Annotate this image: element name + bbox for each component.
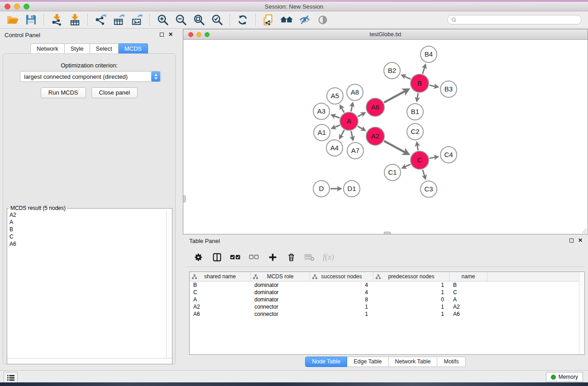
memory-button[interactable]: Memory	[546, 372, 583, 382]
cell-predecessor-nodes[interactable]: 1	[373, 281, 449, 289]
home-view-button[interactable]	[279, 13, 294, 27]
run-mcds-button[interactable]: Run MCDS	[41, 87, 86, 98]
import-network-button[interactable]	[49, 13, 64, 27]
cell-shared-name[interactable]: B	[190, 281, 251, 289]
cell-name[interactable]: A6	[449, 310, 488, 318]
table-row[interactable]: A2connector11A2	[190, 303, 584, 310]
cell-shared-name[interactable]: A6	[190, 310, 251, 318]
graph-node-A5[interactable]: A5	[327, 88, 343, 104]
graph-node-B1[interactable]: B1	[407, 104, 423, 120]
graph-node-A3[interactable]: A3	[313, 103, 330, 119]
column-header-mcds-role[interactable]: MCDS role	[251, 272, 310, 281]
network-window-titlebar[interactable]: testGlobe.txt	[183, 29, 588, 40]
cell-mcds-role[interactable]: dominator	[251, 281, 310, 289]
cell-mcds-role[interactable]: dominator	[251, 289, 310, 296]
table-vertical-scrollbar[interactable]	[579, 272, 584, 354]
canvas-left-scroll-thumb[interactable]	[183, 195, 186, 202]
table-row[interactable]: Cdominator41C	[190, 289, 584, 296]
table-tab-edge-table[interactable]: Edge Table	[347, 357, 388, 367]
graph-node-A4[interactable]: A4	[326, 140, 343, 156]
search-field[interactable]	[447, 15, 582, 24]
close-panel-button[interactable]: Close panel	[91, 87, 138, 98]
cell-successor-nodes[interactable]: 4	[310, 281, 373, 289]
cell-predecessor-nodes[interactable]: 1	[373, 303, 449, 310]
result-item[interactable]: A6	[7, 240, 166, 248]
table-float-panel-icon[interactable]	[569, 238, 574, 243]
graph-node-A2[interactable]: A2	[366, 127, 384, 145]
canvas-bottom-scroll-thumb[interactable]	[384, 232, 391, 234]
graph-node-C4[interactable]: C4	[440, 147, 457, 163]
save-session-button[interactable]	[23, 13, 38, 27]
result-item[interactable]: C	[7, 233, 166, 240]
graph-node-A8[interactable]: A8	[347, 84, 363, 100]
apply-function-button[interactable]: f(x)	[323, 251, 334, 264]
graph-node-C3[interactable]: C3	[421, 181, 437, 197]
table-settings-button[interactable]	[193, 251, 204, 264]
table-row[interactable]: Adominator80A	[190, 296, 584, 303]
result-horizontal-scrollbar[interactable]	[7, 358, 172, 364]
cell-mcds-role[interactable]: connector	[251, 303, 310, 310]
table-tab-node-table[interactable]: Node Table	[305, 357, 347, 367]
graph-node-C[interactable]: C	[411, 151, 429, 169]
tab-mcds[interactable]: MCDS	[119, 43, 148, 54]
criterion-dropdown[interactable]: largest connected component (directed)	[20, 71, 161, 82]
column-header-successor-nodes[interactable]: successor nodes	[310, 272, 373, 281]
cell-mcds-role[interactable]: connector	[251, 310, 310, 318]
result-item[interactable]: A	[7, 219, 166, 226]
table-row[interactable]: Bdominator41B	[190, 281, 584, 289]
graph-node-B4[interactable]: B4	[421, 46, 437, 62]
cell-shared-name[interactable]: A	[190, 296, 251, 303]
graph-node-D[interactable]: D	[313, 181, 330, 197]
table-close-panel-icon[interactable]: ✕	[578, 238, 583, 243]
table-row[interactable]: A6connector11A6	[190, 310, 584, 318]
network-canvas[interactable]: AA1A2A3A4A5A6A7A8BB1B2B3B4CC1C2C3C4DD1	[183, 40, 588, 234]
table-tab-network-table[interactable]: Network Table	[389, 357, 438, 367]
zoom-out-button[interactable]	[173, 13, 188, 27]
cell-mcds-role[interactable]: dominator	[251, 296, 310, 303]
float-panel-icon[interactable]	[160, 33, 164, 37]
add-row-button[interactable]	[267, 251, 278, 264]
graph-node-D1[interactable]: D1	[344, 181, 360, 197]
zoom-in-button[interactable]	[155, 13, 170, 27]
search-input[interactable]	[459, 16, 578, 24]
cell-successor-nodes[interactable]: 1	[310, 303, 373, 310]
result-vertical-scrollbar[interactable]	[166, 211, 172, 358]
graph-node-C1[interactable]: C1	[384, 164, 401, 181]
tab-style[interactable]: Style	[65, 43, 90, 54]
show-overview-button[interactable]	[315, 13, 330, 27]
graph-node-B2[interactable]: B2	[384, 62, 400, 79]
zoom-fit-button[interactable]	[191, 13, 206, 27]
delete-column-button[interactable]	[304, 251, 315, 264]
close-panel-icon[interactable]: ✕	[168, 33, 173, 37]
export-image-button[interactable]	[129, 13, 144, 27]
cell-name[interactable]: B	[449, 281, 488, 289]
column-header-name[interactable]: name	[449, 272, 488, 281]
graph-node-B3[interactable]: B3	[440, 81, 457, 97]
column-header-predecessor-nodes[interactable]: predecessor nodes	[373, 272, 449, 281]
clone-network-button[interactable]	[261, 13, 276, 27]
graph-node-A6[interactable]: A6	[366, 98, 384, 116]
hide-details-button[interactable]	[297, 13, 312, 27]
graph-node-C2[interactable]: C2	[407, 124, 423, 140]
result-item[interactable]: A2	[7, 211, 166, 219]
table-tab-motifs[interactable]: Motifs	[437, 357, 465, 367]
cell-predecessor-nodes[interactable]: 1	[373, 289, 449, 296]
resize-grip-icon[interactable]	[581, 227, 587, 234]
cell-shared-name[interactable]: C	[190, 289, 251, 296]
split-panel-button[interactable]	[211, 251, 222, 264]
cell-predecessor-nodes[interactable]: 0	[373, 296, 449, 303]
delete-row-button[interactable]	[286, 251, 296, 264]
graph-node-B[interactable]: B	[411, 74, 429, 92]
cell-successor-nodes[interactable]: 8	[310, 296, 373, 303]
refresh-view-button[interactable]	[235, 13, 250, 27]
import-table-button[interactable]	[67, 13, 82, 27]
graph-node-A7[interactable]: A7	[347, 143, 363, 159]
tab-network[interactable]: Network	[30, 43, 65, 54]
cell-predecessor-nodes[interactable]: 1	[373, 310, 449, 318]
cell-name[interactable]: A	[449, 296, 488, 303]
open-session-button[interactable]	[5, 13, 20, 27]
column-header-shared-name[interactable]: shared name	[190, 272, 251, 281]
cell-shared-name[interactable]: A2	[190, 303, 251, 310]
export-table-button[interactable]	[111, 13, 126, 27]
result-item[interactable]: B	[7, 226, 166, 233]
